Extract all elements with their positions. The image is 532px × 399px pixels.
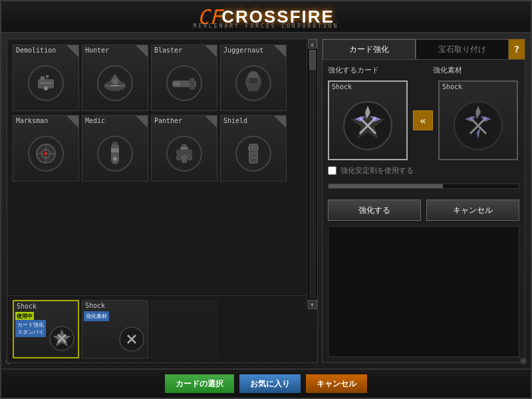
card-display-icon-2 (440, 92, 517, 159)
card-hunter[interactable]: Hunter (82, 45, 148, 111)
card-display-icon-1 (329, 92, 406, 159)
svg-rect-37 (180, 147, 188, 150)
card-icon-marksman (13, 126, 78, 181)
right-panel: カード強化 宝石取り付け ? 強化するカード 強化素材 Shock (322, 39, 525, 363)
svg-point-8 (112, 79, 118, 84)
outer-frame: CF CROSSFIRE MERCENARY FORCES CORPORATIO… (0, 0, 532, 399)
svg-rect-41 (251, 152, 256, 155)
screw-br (520, 358, 527, 364)
left-panel: ▲ ▼ Demolition (7, 39, 318, 363)
svg-rect-34 (176, 150, 192, 155)
section-headers: 強化するカード 強化素材 (328, 65, 519, 75)
card-panther[interactable]: Panther (151, 115, 217, 182)
scroll-up-btn[interactable]: ▲ (308, 39, 317, 49)
card-label: Medic (82, 116, 148, 126)
svg-point-36 (187, 155, 192, 160)
svg-rect-20 (248, 87, 259, 91)
card-icon-shield (221, 126, 286, 181)
strengthen-btn[interactable]: 強化する (328, 200, 421, 221)
card-label: Panther (152, 116, 217, 126)
card-label: Shield (221, 116, 286, 126)
help-button[interactable]: ? (509, 39, 525, 59)
tabs: カード強化 宝石取り付け ? (323, 39, 525, 60)
card-active-label-2: Shock (82, 301, 148, 311)
result-area (328, 226, 519, 357)
svg-rect-31 (112, 142, 118, 144)
cancel-btn[interactable]: キャンセル (426, 200, 519, 221)
card-label: Juggernaut (221, 45, 286, 55)
card-medic[interactable]: Medic (82, 115, 148, 182)
card-select-btn[interactable]: カードの選択 (165, 374, 234, 393)
card-label: Hunter (82, 45, 148, 55)
scrollbar[interactable]: ▲ ▼ (307, 39, 317, 309)
main-content: ▲ ▼ Demolition (1, 33, 531, 368)
right-content: 強化するカード 強化素材 Shock (323, 60, 525, 362)
badge-info-2: 強化素材 (84, 311, 109, 321)
progress-bar-fill (329, 184, 443, 188)
logo-sub: MERCENARY FORCES CORPORATION (194, 23, 339, 29)
bottom-cards-area: Shock 使用中 カード強化スタンバイ Shock 強化素材 (7, 295, 317, 362)
card-display-label-1: Shock (329, 82, 406, 92)
tab-gem-attach[interactable]: 宝石取り付け (416, 39, 509, 59)
card-grid: Demolition (7, 39, 317, 295)
header: CF CROSSFIRE MERCENARY FORCES CORPORATIO… (1, 1, 531, 33)
tab-card-strengthen[interactable]: カード強化 (323, 39, 416, 59)
scroll-down-btn[interactable]: ▼ (308, 300, 317, 309)
card-demolition[interactable]: Demolition (13, 45, 79, 111)
card-marksman[interactable]: Marksman (13, 115, 79, 182)
card-active-empty[interactable] (151, 300, 217, 358)
card-display-primary[interactable]: Shock (328, 80, 408, 160)
card-display-row: Shock (328, 80, 519, 160)
svg-point-35 (176, 155, 182, 160)
card-icon-medic (82, 126, 148, 181)
svg-rect-3 (46, 75, 49, 78)
card-juggernaut[interactable]: Juggernaut (220, 45, 287, 111)
card-icon-blaster (152, 56, 217, 110)
stabilizer-checkbox[interactable] (328, 166, 336, 175)
svg-rect-19 (249, 78, 257, 83)
card-icon-demolition (13, 56, 78, 110)
checkbox-row: 強化安定剤を使用する (328, 166, 519, 176)
svg-rect-29 (111, 148, 119, 152)
card-active-shock-1[interactable]: Shock 使用中 カード強化スタンバイ (13, 300, 79, 358)
card-display-material[interactable]: Shock (438, 80, 518, 160)
svg-point-4 (44, 86, 48, 90)
svg-rect-13 (190, 78, 195, 90)
card-active-label-1: Shock (14, 301, 78, 311)
bottom-cancel-btn[interactable]: キャンセル (306, 374, 367, 393)
card-icon-hunter (82, 56, 148, 110)
svg-rect-2 (41, 76, 45, 80)
card-icon-juggernaut (221, 56, 286, 110)
svg-rect-15 (174, 82, 179, 86)
card-shield[interactable]: Shield (220, 115, 287, 182)
svg-rect-40 (251, 146, 256, 151)
card-row-1: Demolition (13, 45, 301, 111)
svg-rect-43 (248, 147, 249, 150)
transfer-arrow-btn[interactable]: « (413, 110, 433, 130)
progress-bar (328, 184, 519, 189)
svg-point-30 (113, 157, 117, 161)
svg-rect-28 (111, 143, 119, 164)
card-label: Blaster (152, 45, 217, 55)
scroll-thumb[interactable] (309, 50, 316, 70)
badge-info-1: カード強化スタンバイ (15, 320, 46, 337)
card-label: Marksman (13, 116, 78, 126)
card-active-shock-2[interactable]: Shock 強化素材 (82, 300, 148, 358)
card-label: Demolition (13, 45, 78, 55)
card-display-label-2: Shock (440, 82, 517, 92)
bottom-bar: カードの選択 お気に入り キャンセル (1, 368, 531, 398)
card-row-2: Marksman (13, 115, 301, 182)
card-blaster[interactable]: Blaster (151, 45, 217, 111)
strengthen-card-label: 強化するカード (328, 65, 408, 75)
favorite-btn[interactable]: お気に入り (239, 374, 301, 393)
svg-rect-44 (257, 147, 259, 150)
action-buttons: 強化する キャンセル (328, 200, 519, 221)
card-icon-panther (152, 126, 217, 181)
svg-rect-42 (251, 156, 256, 159)
material-label: 強化素材 (433, 65, 519, 75)
scroll-track (309, 50, 316, 299)
stabilizer-label: 強化安定剤を使用する (340, 166, 414, 176)
